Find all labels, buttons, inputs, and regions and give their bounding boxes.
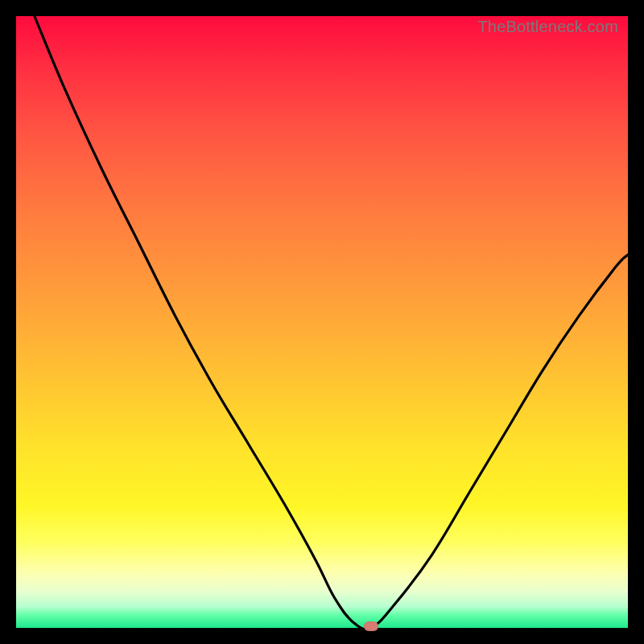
plot-area: TheBottleneck.com xyxy=(16,16,628,628)
bottleneck-curve xyxy=(16,16,628,628)
optimal-point-marker xyxy=(364,621,378,631)
chart-frame: TheBottleneck.com xyxy=(0,0,644,644)
